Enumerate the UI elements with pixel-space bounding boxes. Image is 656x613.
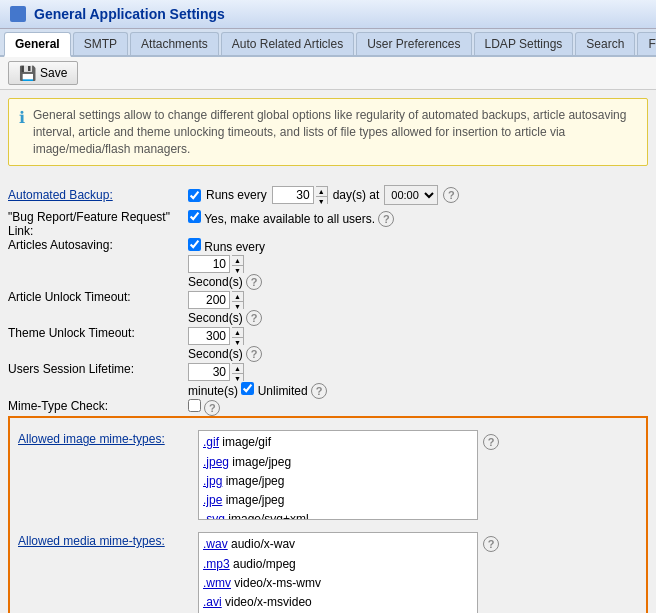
tab-auto-related[interactable]: Auto Related Articles	[221, 32, 354, 55]
mime-link[interactable]: .wmv	[203, 576, 231, 590]
spin-down-icon[interactable]: ▼	[316, 197, 327, 206]
automated-backup-help-icon[interactable]: ?	[443, 187, 459, 203]
articles-autosaving-input[interactable]	[188, 255, 230, 273]
spin-up-icon[interactable]: ▲	[316, 187, 327, 197]
list-item: .wav audio/x-wav	[203, 535, 473, 554]
list-item: .mp3 audio/mpeg	[203, 555, 473, 574]
articles-autosaving-help-icon[interactable]: ?	[246, 274, 262, 290]
mime-type: audio/x-wav	[228, 537, 295, 551]
tab-ldap[interactable]: LDAP Settings	[474, 32, 574, 55]
articles-autosaving-spinner[interactable]: ▲ ▼	[232, 255, 244, 273]
article-unlock-input[interactable]	[188, 291, 230, 309]
articles-autosaving-value: Runs every ▲ ▼ Second(s) ?	[188, 238, 648, 290]
save-button[interactable]: 💾 Save	[8, 61, 78, 85]
article-unlock-help-icon[interactable]: ?	[246, 310, 262, 326]
users-session-unlimited-checkbox[interactable]	[241, 382, 254, 395]
media-mime-list[interactable]: .wav audio/x-wav.mp3 audio/mpeg.wmv vide…	[198, 532, 478, 613]
automated-backup-days-input[interactable]	[272, 186, 314, 204]
theme-unlock-spinner[interactable]: ▲ ▼	[232, 327, 244, 345]
mime-link[interactable]: .svg	[203, 512, 225, 520]
spin-up-icon[interactable]: ▲	[232, 256, 243, 266]
mime-link[interactable]: .jpe	[203, 493, 222, 507]
image-mime-help-icon[interactable]: ?	[483, 434, 499, 450]
app-icon	[10, 6, 26, 22]
users-session-spinner[interactable]: ▲ ▼	[232, 363, 244, 381]
mime-link[interactable]: .jpg	[203, 474, 222, 488]
list-item: .wmv video/x-ms-wmv	[203, 574, 473, 593]
mime-type: image/jpeg	[222, 474, 284, 488]
automated-backup-value: Runs every ▲ ▼ day(s) at 00:00 01:00 02:…	[188, 180, 648, 210]
theme-unlock-value: ▲ ▼ Second(s) ?	[188, 326, 648, 362]
theme-unlock-unit: Second(s)	[188, 347, 243, 361]
list-item: .jpe image/jpeg	[203, 491, 473, 510]
media-mime-help-icon[interactable]: ?	[483, 536, 499, 552]
toolbar: 💾 Save	[0, 57, 656, 90]
tab-smtp[interactable]: SMTP	[73, 32, 128, 55]
mimetype-check-checkbox[interactable]	[188, 399, 201, 412]
list-item: .jpg image/jpeg	[203, 472, 473, 491]
users-session-unit: minute(s)	[188, 384, 238, 398]
spin-up-icon[interactable]: ▲	[232, 328, 243, 338]
image-mime-list[interactable]: .gif image/gif.jpeg image/jpeg.jpg image…	[198, 430, 478, 520]
article-unlock-spinner[interactable]: ▲ ▼	[232, 291, 244, 309]
spin-up-icon[interactable]: ▲	[232, 364, 243, 374]
tab-search[interactable]: Search	[575, 32, 635, 55]
mime-link[interactable]: .gif	[203, 435, 219, 449]
article-unlock-unit: Second(s)	[188, 311, 243, 325]
articles-autosaving-checkbox[interactable]	[188, 238, 201, 251]
automated-backup-days-spinner[interactable]: ▲ ▼	[316, 186, 328, 204]
theme-unlock-input-group: ▲ ▼	[188, 326, 648, 346]
tab-user-pref[interactable]: User Preferences	[356, 32, 471, 55]
automated-backup-days-group: ▲ ▼	[272, 185, 328, 205]
articles-autosaving-runs: Runs every	[204, 240, 265, 254]
list-item: .jpeg image/jpeg	[203, 453, 473, 472]
list-item: .svg image/svg+xml	[203, 510, 473, 520]
theme-unlock-input[interactable]	[188, 327, 230, 345]
users-session-unlimited-label: Unlimited	[258, 384, 308, 398]
save-icon: 💾	[19, 65, 36, 81]
tab-file-perm[interactable]: File Permissions	[637, 32, 656, 55]
tab-attachments[interactable]: Attachments	[130, 32, 219, 55]
articles-autosaving-label: Articles Autosaving:	[8, 238, 188, 290]
mime-link[interactable]: .mp3	[203, 557, 230, 571]
bug-report-label: "Bug Report/Feature Request" Link:	[8, 210, 188, 238]
bug-report-checkbox[interactable]	[188, 210, 201, 223]
users-session-help-icon[interactable]: ?	[311, 383, 327, 399]
mime-type: image/jpeg	[229, 455, 291, 469]
info-text: General settings allow to change differe…	[33, 107, 637, 157]
mimetype-help-icon[interactable]: ?	[204, 400, 220, 416]
automated-backup-runs: Runs every	[206, 188, 267, 202]
mime-type: image/svg+xml	[225, 512, 309, 520]
spin-up-icon[interactable]: ▲	[232, 292, 243, 302]
tab-general[interactable]: General	[4, 32, 71, 57]
mimetype-check-value: ?	[188, 399, 648, 416]
mime-type: video/x-msvideo	[222, 595, 312, 609]
image-mime-outer: .gif image/gif.jpeg image/jpeg.jpg image…	[198, 430, 638, 520]
mime-type: image/gif	[219, 435, 271, 449]
mime-type: image/jpeg	[222, 493, 284, 507]
mime-link[interactable]: .jpeg	[203, 455, 229, 469]
automated-backup-field-label: Automated Backup:	[8, 180, 188, 210]
article-unlock-input-group: ▲ ▼	[188, 290, 648, 310]
info-box: ℹ General settings allow to change diffe…	[8, 98, 648, 166]
mime-link[interactable]: .wav	[203, 537, 228, 551]
article-unlock-label: Article Unlock Timeout:	[8, 290, 188, 326]
users-session-input-group: ▲ ▼	[188, 362, 648, 382]
bug-report-help-icon[interactable]: ?	[378, 211, 394, 227]
media-mime-outer: .wav audio/x-wav.mp3 audio/mpeg.wmv vide…	[198, 532, 638, 613]
automated-backup-day-label: day(s) at	[333, 188, 380, 202]
tabs-bar: GeneralSMTPAttachmentsAuto Related Artic…	[0, 29, 656, 57]
automated-backup-time-select[interactable]: 00:00 01:00 02:00 06:00 12:00 18:00	[384, 185, 438, 205]
mime-link[interactable]: .avi	[203, 595, 222, 609]
media-mime-value: .wav audio/x-wav.mp3 audio/mpeg.wmv vide…	[198, 526, 638, 613]
media-mime-label: Allowed media mime-types:	[18, 526, 198, 554]
automated-backup-checkbox[interactable]	[188, 189, 201, 202]
save-label: Save	[40, 66, 67, 80]
bug-report-text: Yes, make available to all users.	[204, 212, 375, 226]
article-unlock-value: ▲ ▼ Second(s) ?	[188, 290, 648, 326]
list-item: .avi video/x-msvideo	[203, 593, 473, 612]
image-mime-value: .gif image/gif.jpeg image/jpeg.jpg image…	[198, 424, 638, 526]
info-icon: ℹ	[19, 107, 25, 157]
theme-unlock-help-icon[interactable]: ?	[246, 346, 262, 362]
users-session-input[interactable]	[188, 363, 230, 381]
